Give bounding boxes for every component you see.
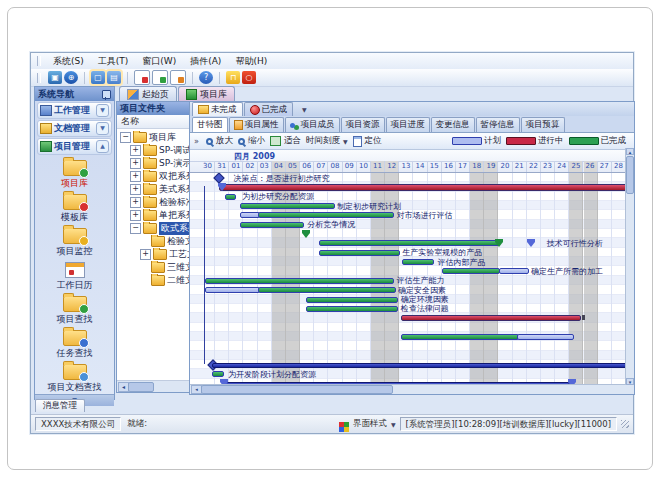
menu-item-0[interactable]: 系统(S) [46,54,91,69]
gantt-bar[interactable] [258,287,396,293]
statusbar-style-button[interactable]: 界面样式 [353,418,387,430]
sidebar-item-2[interactable]: 项目监控 [57,224,93,258]
milestone-arrow-icon[interactable] [218,183,226,186]
tab-起始页[interactable]: 起始页 [119,86,177,101]
schedule-orange-icon[interactable] [170,70,186,85]
screen-icon[interactable]: ▣ [48,71,62,84]
sidebar-item-6[interactable]: 项目文档查找 [48,360,102,394]
timeline-day: 10 [357,161,371,172]
gantt-bar[interactable] [402,259,434,265]
gantt-bar[interactable] [212,363,628,368]
button-适合[interactable]: 适合 [270,135,301,147]
resize-grip[interactable] [621,420,629,428]
gantt-bar[interactable] [258,212,395,218]
gantt-bar[interactable] [205,287,259,293]
style-palette-icon [339,422,344,427]
tab-项目预算[interactable]: 项目预算 [521,117,565,132]
tab-项目进度[interactable]: 项目进度 [386,117,430,132]
sidebar-item-5[interactable]: 任务查找 [57,326,93,360]
chevron-icon[interactable]: ▲ [96,140,109,153]
collapse-box-icon[interactable]: − [120,132,131,143]
gantt-bar[interactable] [401,334,519,340]
gantt-bar[interactable] [319,240,501,246]
pin-icon[interactable] [102,90,111,99]
tab-项目库[interactable]: 项目库 [178,86,235,101]
gantt-bar[interactable] [212,371,224,377]
scroll-up-icon[interactable]: ▴ [626,148,634,155]
chevron-down-icon[interactable]: ▼ [391,421,396,428]
scroll-thumb[interactable] [201,385,393,394]
tab-message-management[interactable]: 消息管理 [35,399,85,412]
expand-box-icon[interactable]: + [130,145,141,156]
sidebar-item-3[interactable]: 工作日历 [57,258,93,292]
milestone-arrow-icon[interactable] [220,379,228,382]
expand-box-icon[interactable]: + [130,158,141,169]
expand-box-icon[interactable]: + [140,249,151,260]
sidebar-item-4[interactable]: 项目查找 [57,292,93,326]
gantt-horizontal-scrollbar[interactable]: ◂ [190,384,634,394]
milestone-arrow-icon[interactable] [568,379,576,382]
gantt-bar[interactable] [205,278,394,284]
timeline-day: 23 [541,161,555,172]
globe-icon[interactable]: ⊕ [64,71,78,84]
schedule-red-icon[interactable] [134,70,150,85]
gantt-bar[interactable] [306,306,399,312]
sidebar-item-0[interactable]: 项目库 [61,156,88,190]
gantt-bar[interactable] [442,268,501,274]
tab-项目资源[interactable]: 项目资源 [341,117,385,132]
gantt-bar[interactable] [401,315,582,321]
collapse-box-icon[interactable]: − [130,223,141,234]
scroll-down-icon[interactable]: ▾ [626,378,634,385]
menu-item-2[interactable]: 窗口(W) [135,54,183,69]
tab-项目成员[interactable]: 项目成员 [285,117,340,132]
schedule-green-icon[interactable] [152,70,168,85]
sidebar-group-1[interactable]: 文档管理▼ [37,120,112,137]
tab-变更信息[interactable]: 变更信息 [431,117,475,132]
power-icon[interactable]: ○ [242,71,256,84]
gantt-bar[interactable] [240,212,260,218]
sidebar-item-1[interactable]: 模板库 [61,190,88,224]
button-缩小[interactable]: 缩小 [238,135,265,147]
expand-box-icon[interactable]: + [130,184,141,195]
expand-box-icon[interactable]: + [130,197,141,208]
gantt-bar[interactable] [499,268,529,274]
expand-box-icon[interactable]: + [130,171,141,182]
gantt-bar[interactable] [225,194,236,200]
layout-icon[interactable]: ▤ [107,71,121,84]
menu-item-1[interactable]: 工具(T) [91,54,136,69]
scroll-thumb[interactable] [626,156,634,194]
scroll-thumb[interactable] [128,382,154,392]
timeline-day: 21 [513,161,527,172]
overflow-chevron[interactable]: » [194,137,199,146]
button-时间刻度[interactable]: 时间刻度▼ [306,135,348,147]
gantt-bar[interactable] [517,334,574,340]
sidebar-group-0[interactable]: 工作管理▼ [37,102,112,119]
gantt-bar[interactable] [219,184,628,191]
tab-甘特图[interactable]: 甘特图 [192,117,228,132]
subtab-已完成[interactable]: 已完成 [244,102,294,116]
tab-暂停信息[interactable]: 暂停信息 [476,117,520,132]
button-定位[interactable]: 定位 [353,135,382,147]
milestone-arrow-icon[interactable] [527,239,535,242]
chevron-icon[interactable]: ▼ [96,104,109,117]
folder-window-icon[interactable]: ▢ [91,71,105,84]
subtab-未完成[interactable]: 未完成 [192,102,243,116]
milestone-arrow-icon[interactable] [495,239,503,242]
gantt-bar[interactable] [306,297,399,303]
menu-item-4[interactable]: 帮助(H) [228,54,274,69]
gantt-bar[interactable] [319,250,400,256]
button-放大[interactable]: 放大 [206,135,233,147]
milestone-arrow-icon[interactable] [302,230,310,233]
gantt-bar[interactable] [240,203,335,209]
help-icon[interactable]: ? [199,71,213,84]
gantt-vertical-scrollbar[interactable]: ▴ ▾ [625,148,634,385]
tab-项目属性[interactable]: 项目属性 [229,117,284,132]
expand-box-icon[interactable]: + [130,210,141,221]
sidebar-group-2[interactable]: 项目管理▲ [37,138,112,155]
chevron-down-icon[interactable]: ▼ [302,106,307,113]
statusbar-company: XXXX技术有限公司 [35,417,121,431]
menu-item-3[interactable]: 插件(A) [183,54,228,69]
lock-icon[interactable]: ⊓ [226,71,240,84]
gantt-bar[interactable] [240,222,304,228]
chevron-icon[interactable]: ▼ [96,122,109,135]
